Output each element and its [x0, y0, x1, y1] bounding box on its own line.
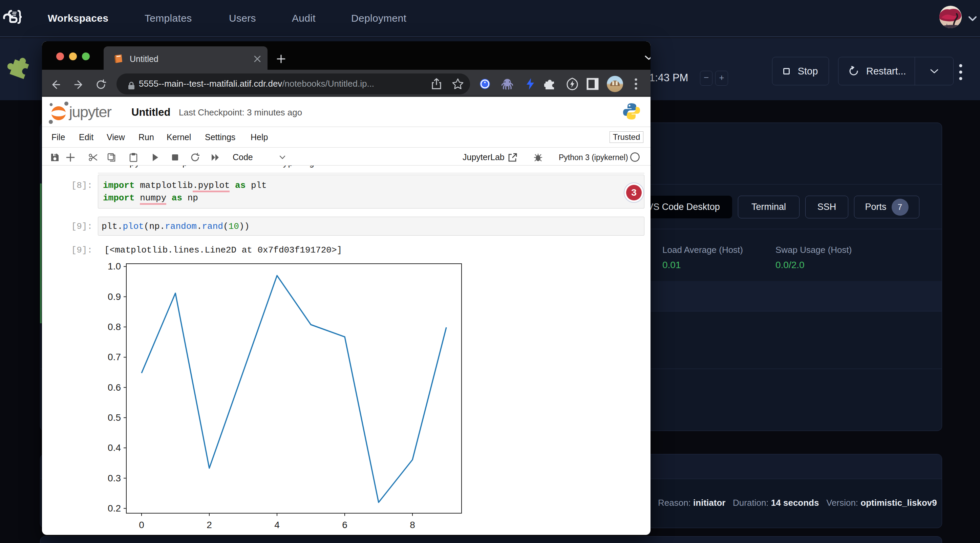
svg-text:0.4: 0.4 [108, 443, 121, 453]
svg-text:0.9: 0.9 [108, 292, 121, 302]
svg-text:8: 8 [410, 520, 415, 530]
svg-text:6: 6 [342, 520, 347, 530]
svg-text:0: 0 [139, 520, 144, 530]
svg-text:0.2: 0.2 [108, 503, 121, 514]
svg-text:4: 4 [274, 520, 280, 530]
svg-text:0.3: 0.3 [108, 473, 121, 483]
svg-text:0.6: 0.6 [108, 382, 121, 393]
svg-text:1.0: 1.0 [108, 261, 121, 272]
svg-text:2: 2 [207, 520, 212, 530]
svg-text:0.8: 0.8 [108, 322, 121, 332]
svg-text:0.7: 0.7 [108, 352, 121, 362]
svg-text:0.5: 0.5 [108, 412, 121, 423]
